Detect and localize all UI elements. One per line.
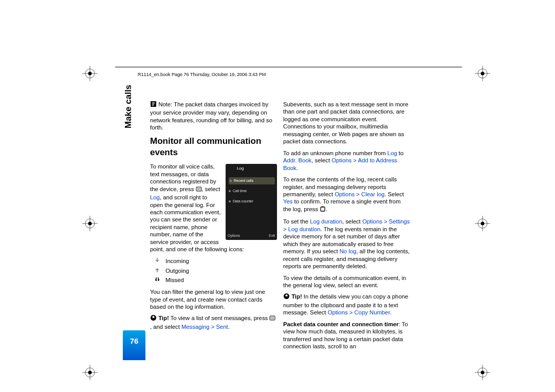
figure-title: Log — [237, 166, 244, 171]
header-rule — [115, 67, 462, 67]
tip-sent: Tip! To view a list of sent messages, pr… — [150, 314, 277, 330]
svg-point-34 — [271, 317, 272, 318]
cropmark-icon — [82, 216, 98, 231]
log-duration-paragraph: To set the Log duration, select Options … — [283, 218, 410, 270]
figure-row-data: Data counter — [229, 198, 274, 205]
page-number: 76 — [123, 337, 145, 345]
svg-rect-24 — [151, 101, 156, 107]
note-text: Note: The packet data charges invoiced b… — [150, 101, 272, 130]
cropmark-icon — [475, 365, 490, 380]
figure-row-time: Call time — [229, 188, 274, 195]
svg-point-35 — [272, 317, 273, 318]
svg-point-29 — [197, 189, 198, 190]
link-messaging-sent: Messaging > Sent — [181, 324, 228, 330]
column-left: Note: The packet data charges invoiced b… — [150, 101, 277, 334]
section-title-sidebar: Make calls — [123, 85, 134, 128]
cropmark-icon — [475, 66, 490, 81]
svg-point-26 — [197, 188, 198, 189]
menu-key-icon — [269, 314, 275, 323]
header-line: R1114_en.book Page 76 Thursday, October … — [138, 72, 266, 77]
svg-point-30 — [198, 189, 199, 190]
menu-key-icon — [196, 185, 202, 194]
svg-point-19 — [88, 222, 92, 226]
add-number-paragraph: To add an unknown phone number from Log … — [283, 150, 410, 172]
column-right: Subevents, such as a text message sent i… — [283, 101, 410, 354]
clear-key-icon — [320, 206, 326, 214]
figure-softkey-right: Exit — [269, 234, 275, 238]
phone-figure: Log Recent calls Call time Data counter … — [226, 164, 277, 240]
icon-outgoing-row: Outgoing — [150, 267, 277, 274]
subevents-paragraph: Subevents, such as a text message sent i… — [283, 101, 410, 145]
erase-paragraph: To erase the contents of the log, recent… — [283, 176, 410, 214]
svg-rect-40 — [321, 207, 325, 211]
tip-icon — [283, 293, 290, 301]
svg-point-23 — [481, 222, 485, 226]
tip-copy-number: Tip! In the details view you can copy a … — [283, 293, 410, 316]
svg-rect-25 — [196, 187, 201, 191]
view-details-paragraph: To view the details of a communication e… — [283, 274, 410, 289]
heading-monitor: Monitor all communication events — [150, 136, 277, 158]
link-copy-number: Options > Copy Number — [328, 309, 390, 315]
svg-point-27 — [198, 188, 199, 189]
tip-icon — [150, 314, 157, 323]
svg-point-38 — [272, 319, 273, 320]
outgoing-icon — [154, 267, 160, 274]
svg-point-37 — [271, 319, 272, 320]
filter-paragraph: You can filter the general log to view j… — [150, 288, 277, 310]
note-paragraph: Note: The packet data charges invoiced b… — [150, 101, 277, 132]
cropmark-icon — [82, 66, 98, 81]
svg-point-11 — [88, 371, 92, 375]
icon-incoming-row: Incoming — [150, 257, 277, 265]
svg-point-31 — [199, 189, 200, 190]
icon-missed-row: Missed — [150, 276, 277, 284]
missed-icon — [154, 276, 160, 284]
cropmark-icon — [82, 365, 98, 380]
link-log: Log — [150, 194, 160, 200]
svg-point-36 — [273, 317, 274, 318]
cropmark-icon — [475, 216, 490, 231]
svg-point-28 — [199, 188, 200, 189]
page-number-bg — [123, 330, 145, 360]
svg-point-7 — [481, 72, 485, 76]
icon-list: Incoming Outgoing Missed — [150, 257, 277, 284]
incoming-icon — [154, 257, 160, 265]
figure-softkey-left: Options — [228, 234, 240, 238]
note-icon — [150, 101, 157, 109]
packet-data-paragraph: Packet data counter and connection timer… — [283, 321, 410, 350]
svg-point-39 — [273, 319, 274, 320]
figure-row-recent: Recent calls — [229, 177, 275, 184]
svg-rect-33 — [270, 316, 275, 320]
svg-point-3 — [88, 72, 92, 76]
svg-point-15 — [481, 371, 485, 375]
